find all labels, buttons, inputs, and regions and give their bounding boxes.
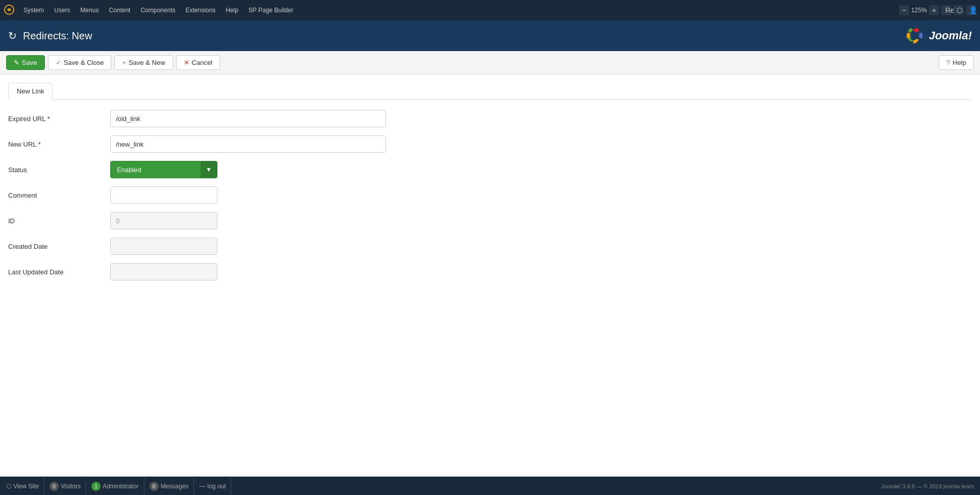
nav-content[interactable]: Content [105, 5, 134, 16]
joomla-logo-text: Joomla! [929, 29, 972, 42]
question-icon: ? [946, 59, 950, 66]
external-link-icon[interactable]: ⬡ [953, 5, 964, 15]
help-button[interactable]: ? Help [939, 55, 974, 70]
check-icon: ✓ [56, 59, 61, 66]
zoom-in-button[interactable]: + [929, 5, 939, 15]
status-dropdown[interactable]: Enabled ▼ [110, 161, 217, 178]
nav-system[interactable]: System [19, 5, 48, 16]
user-icon[interactable]: 👤 [966, 5, 976, 15]
comment-input[interactable] [110, 186, 217, 204]
plus-icon: + [122, 59, 126, 66]
nav-components[interactable]: Components [136, 5, 179, 16]
nav-help[interactable]: Help [222, 5, 242, 16]
created-date-row: Created Date [8, 238, 972, 255]
status-label: Status [8, 166, 110, 174]
status-value: Enabled [111, 166, 201, 174]
page-title: Redirects: New [23, 30, 903, 42]
expired-url-input[interactable] [110, 110, 386, 127]
nav-users[interactable]: Users [50, 5, 74, 16]
save-close-button[interactable]: ✓ Save & Close [48, 55, 112, 70]
zoom-level: 125% [911, 7, 927, 14]
zoom-controls: − 125% + Reset ⬡ 👤 [899, 5, 976, 15]
joomla-logo-icon [903, 25, 926, 47]
last-updated-row: Last Updated Date [8, 263, 972, 280]
id-row: ID [8, 212, 972, 229]
tab-new-link[interactable]: New Link [8, 83, 53, 100]
joomla-logo: Joomla! [903, 25, 972, 47]
messages-item[interactable]: 0 Messages [144, 477, 194, 495]
main-content: New Link Expired URL * New URL * Status … [0, 75, 980, 477]
visitors-badge: 0 [50, 482, 59, 491]
nav-menus[interactable]: Menus [76, 5, 103, 16]
admin-badge: 1 [91, 482, 101, 491]
status-row: Status Enabled ▼ [8, 161, 972, 178]
messages-badge: 0 [150, 482, 159, 491]
tab-bar: New Link [8, 83, 972, 100]
new-url-input[interactable] [110, 135, 386, 153]
id-input [110, 212, 217, 229]
cancel-button[interactable]: ✕ Cancel [176, 55, 220, 70]
created-date-label: Created Date [8, 243, 110, 250]
id-label: ID [8, 217, 110, 225]
nav-sp-page-builder[interactable]: SP Page Builder [244, 5, 298, 16]
version-text: Joomla! 3.9.8 — © 2019 joomla team [881, 483, 974, 489]
new-url-label: New URL * [8, 140, 110, 148]
footer: ⬡ View Site 0 Visitors 1 Administrator 0… [0, 477, 980, 495]
save-icon: ✎ [14, 59, 19, 66]
redirect-form: Expired URL * New URL * Status Enabled ▼… [8, 110, 972, 280]
expired-url-label: Expired URL * [8, 115, 110, 123]
refresh-icon[interactable]: ↻ [8, 30, 17, 42]
last-updated-input [110, 263, 217, 280]
save-new-button[interactable]: + Save & New [114, 55, 173, 70]
created-date-input [110, 238, 217, 255]
save-button[interactable]: ✎ Save [6, 55, 45, 70]
comment-row: Comment [8, 186, 972, 204]
comment-label: Comment [8, 192, 110, 199]
dropdown-arrow-icon: ▼ [201, 161, 217, 178]
x-icon: ✕ [184, 59, 189, 66]
last-updated-label: Last Updated Date [8, 268, 110, 276]
visitors-item[interactable]: 0 Visitors [44, 477, 86, 495]
admin-item[interactable]: 1 Administrator [86, 477, 144, 495]
logout-item[interactable]: — log out [194, 477, 231, 495]
view-site-item[interactable]: ⬡ View Site [6, 477, 44, 495]
header-bar: ↻ Redirects: New Joomla! [0, 20, 980, 51]
expired-url-row: Expired URL * [8, 110, 972, 127]
reset-button[interactable]: Reset [941, 5, 951, 15]
logout-icon: — [199, 483, 205, 490]
nav-extensions[interactable]: Extensions [181, 5, 219, 16]
top-navigation: System Users Menus Content Components Ex… [0, 0, 980, 20]
toolbar: ✎ Save ✓ Save & Close + Save & New ✕ Can… [0, 51, 980, 75]
external-icon: ⬡ [6, 483, 11, 490]
joomla-admin-icon [4, 5, 14, 16]
new-url-row: New URL * [8, 135, 972, 153]
zoom-out-button[interactable]: − [899, 5, 909, 15]
